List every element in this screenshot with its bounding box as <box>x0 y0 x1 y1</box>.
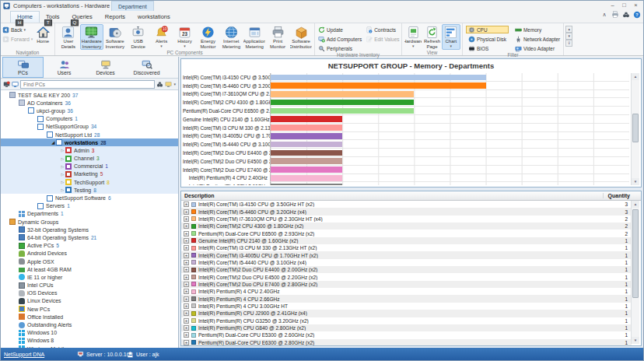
sidebar-tab-users[interactable]: Users <box>44 57 85 78</box>
column-description[interactable]: Description <box>184 193 215 198</box>
back-button[interactable]: Back▾ <box>2 26 33 33</box>
table-row[interactable]: +Genuine Intel(R) CPU 2140 @ 1.60GHz (x2… <box>181 237 632 244</box>
table-row[interactable]: +Intel(R) Core(TM) i3 CPU M 330 @ 2.13GH… <box>181 244 632 251</box>
row-expand-icon[interactable]: + <box>184 209 189 215</box>
tree-item-servers[interactable]: Servers1 <box>1 202 178 210</box>
tree-item-android-devices[interactable]: Android Devices <box>1 250 178 258</box>
row-expand-icon[interactable]: + <box>184 216 189 222</box>
tree-item-intel-cpus[interactable]: Intel CPUs <box>1 282 178 289</box>
chart-bar[interactable] <box>271 133 342 139</box>
tree-item-commercial[interactable]: ▷Commercial1 <box>1 163 178 170</box>
alerts-button[interactable]: 10Alerts▾ <box>150 24 173 50</box>
table-row[interactable]: +Intel(R) Core(TM)2 Duo CPU E4400 @ 2.00… <box>181 266 632 273</box>
row-expand-icon[interactable]: + <box>184 282 189 287</box>
close-button[interactable]: × <box>630 2 642 9</box>
table-row[interactable]: +Intel(R) Core(TM) i7-3610QM CPU @ 2.30G… <box>181 216 632 223</box>
history-button[interactable]: 23History▾ <box>173 24 197 50</box>
scrollbar-thumb[interactable] <box>632 209 639 298</box>
table-row[interactable]: +Intel(R) Core(TM)2 Duo CPU E7400 @ 2.80… <box>181 281 632 288</box>
tree-item-ie-11-or-higher[interactable]: IE 11 or higher <box>1 273 178 281</box>
tree-item-outstanding-alerts[interactable]: Outstanding Alerts <box>1 321 178 328</box>
tree-item-windows-8[interactable]: Windows 8 <box>1 337 178 345</box>
table-row[interactable]: +Pentium(R) Dual-Core CPU E5300 @ 2.60GH… <box>181 331 632 338</box>
netsupport-dna-link[interactable]: NetSupport DNA <box>4 352 44 357</box>
tree-item-marketing[interactable]: ▷Marketing5 <box>1 170 178 178</box>
sidebar-tab-devices[interactable]: Devices <box>85 57 126 78</box>
sidebar-tab-pcs[interactable]: PCs <box>2 57 44 78</box>
table-row[interactable]: +Pentium(R) Dual-Core CPU E6500 @ 2.93GH… <box>181 230 632 237</box>
tree-item-netsupport-software[interactable]: NetSupport Software6 <box>1 194 178 202</box>
tree-item-techsupport[interactable]: ▷TechSupport8 <box>1 178 178 186</box>
tree-item-linux-devices[interactable]: Linux Devices <box>1 297 178 305</box>
table-row[interactable]: +Intel(R) Pentium(R) 4 CPU 3.00GHz HT1 <box>181 303 632 310</box>
chart-bar[interactable] <box>271 142 342 148</box>
tree-item-departments[interactable]: Departments1 <box>1 210 178 218</box>
find-pcs-input[interactable] <box>20 80 155 89</box>
print-icon[interactable] <box>611 11 619 19</box>
scroll-up-icon[interactable]: ▲ <box>632 201 639 208</box>
tree-item-computers[interactable]: Computers1 <box>1 115 178 123</box>
table-scrollbar[interactable]: ▲ ▼ <box>631 201 639 344</box>
filter-bios[interactable]: BIOS <box>466 44 509 52</box>
row-expand-icon[interactable]: + <box>184 318 189 324</box>
table-row[interactable]: +Intel(R) Core(TM)2 CPU 4300 @ 1.80GHz (… <box>181 223 632 230</box>
table-row[interactable]: +Intel(R) Pentium(R) 4 CPU 2.40GHz1 <box>181 288 632 295</box>
table-row[interactable]: +Pentium(R) Dual-Core CPU E6300 @ 2.80GH… <box>181 339 632 345</box>
chart-bar[interactable] <box>271 158 342 164</box>
chart-scrollbar[interactable]: ▲ ▼ <box>631 73 639 185</box>
tab-queries[interactable]: QueriesQ <box>66 12 99 23</box>
tree-item-testing[interactable]: ▷Testing8 <box>1 186 178 194</box>
find-icon[interactable] <box>622 11 630 19</box>
tab-home[interactable]: HomeH <box>10 11 40 23</box>
chart-bar[interactable] <box>271 100 414 106</box>
tree-item-windows-10[interactable]: Windows 10 <box>1 329 178 337</box>
tree-item-test-sale-key-200[interactable]: TEST SALE KEY 20037 <box>1 91 178 99</box>
row-expand-icon[interactable]: + <box>184 267 189 272</box>
collapse-ribbon-icon[interactable]: ∧ <box>600 11 608 19</box>
row-expand-icon[interactable]: + <box>184 325 189 331</box>
table-row[interactable]: +Intel(R) Pentium(R) CPU G3250 @ 3.20GHz… <box>181 317 632 324</box>
alert-monitor-icon[interactable] <box>3 81 10 88</box>
tree-item-ad-containers[interactable]: AD Containers36 <box>1 99 178 107</box>
table-row[interactable]: +Intel(R) Core(TM)2 Duo CPU E4500 @ 2.20… <box>181 273 632 280</box>
tree-item-admin[interactable]: ▷Admin3 <box>1 146 178 154</box>
filter-memory[interactable]: Memory <box>513 26 562 33</box>
scrollbar-thumb[interactable] <box>632 114 639 142</box>
user-details-button[interactable]: User Details▾ <box>57 24 80 50</box>
table-row[interactable]: +Intel(R) Core(TM) i3-4005U CPU @ 1.70GH… <box>181 251 632 258</box>
software-inventory-button[interactable]: Software Inventory▾ <box>103 24 127 50</box>
tree-item-ukpci-group[interactable]: ukpci-group36 <box>1 107 178 114</box>
row-expand-icon[interactable]: + <box>184 296 189 302</box>
filter-more-icon[interactable]: ⊽ <box>565 40 572 47</box>
filter-cpu[interactable]: CPU <box>466 26 509 33</box>
tree-item-at-least-4gb-ram[interactable]: At least 4GB RAM <box>1 265 178 273</box>
contextual-tab-department[interactable]: Department <box>111 1 154 11</box>
chart-bar[interactable] <box>271 184 342 185</box>
table-row[interactable]: +Intel(R) Pentium(R) CPU J2900 @ 2.41GHz… <box>181 310 632 317</box>
pc-list-icon[interactable] <box>12 81 19 88</box>
tree-item-netsupport-ltd[interactable]: NetSupport Ltd28 <box>1 131 178 138</box>
tree-item-new-pcs[interactable]: New PCs <box>1 305 178 313</box>
filter-video-adapter[interactable]: Video Adapter <box>513 44 562 52</box>
row-expand-icon[interactable]: + <box>184 223 189 229</box>
expander-open-icon[interactable]: ◢ <box>51 140 56 145</box>
tree-item-32-bit-operating-systems[interactable]: 32-bit Operating Systems <box>1 226 178 233</box>
table-row[interactable]: +Intel(R) Pentium(R) 4 CPU 2.66GHz1 <box>181 295 632 302</box>
expander-closed-icon[interactable]: ▷ <box>60 156 65 161</box>
energy-monitor-button[interactable]: Energy Monitor▾ <box>196 24 219 50</box>
chart-bar[interactable] <box>271 82 486 89</box>
row-expand-icon[interactable]: + <box>184 275 189 280</box>
expander-closed-icon[interactable]: ▷ <box>60 148 65 152</box>
filter-scroll-up-icon[interactable]: ▲ <box>565 26 572 33</box>
row-expand-icon[interactable]: + <box>184 231 189 237</box>
help-icon[interactable]: ? <box>633 11 641 19</box>
print-monitor-button[interactable]: Print Monitor▾ <box>266 24 289 50</box>
software-distribution-button[interactable]: Software Distribution▾ <box>289 24 313 50</box>
peripherals-button[interactable]: Peripherals <box>318 44 362 52</box>
row-expand-icon[interactable]: + <box>184 332 189 338</box>
row-expand-icon[interactable]: + <box>184 310 189 316</box>
sidebar-tab-discovered[interactable]: Discovered <box>126 57 167 78</box>
table-row[interactable]: +Intel(R) Core(TM) i5-4460 CPU @ 3.20GHz… <box>181 208 632 215</box>
chart-bar[interactable] <box>271 166 342 173</box>
tab-workstations[interactable]: workstations <box>131 12 177 23</box>
